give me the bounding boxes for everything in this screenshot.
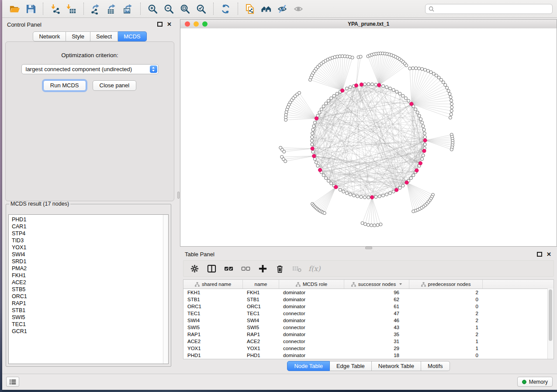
first-neighbors-button[interactable] [259,2,273,16]
mcds-result-item[interactable]: GCR1 [12,328,168,335]
import-table-button[interactable] [65,2,78,16]
select-all-icon [224,264,233,273]
show-task-history-button[interactable] [6,377,19,387]
table-row[interactable]: PHD1PHD1dominator180 [183,352,554,359]
delete-table-icon [292,264,301,273]
add-column-button[interactable] [257,263,268,274]
save-session-button[interactable] [24,2,38,16]
control-panel-title: Control Panel [7,21,42,28]
float-table-panel-icon[interactable] [537,252,542,257]
tab-edge-table[interactable]: Edge Table [330,361,372,371]
mcds-result-item[interactable]: ACE2 [12,279,168,286]
network-canvas[interactable] [180,28,557,246]
first-neighbors-icon [261,3,272,14]
cell-predecessor-nodes: 2 [409,332,483,337]
show-columns-button[interactable] [206,263,217,274]
refresh-button[interactable] [219,2,232,16]
cell-predecessor-nodes: 2 [409,318,483,323]
mcds-result-item[interactable]: STB5 [12,286,168,293]
table-row[interactable]: STB1STB1dominator620 [183,296,554,303]
mcds-result-item[interactable]: TID3 [12,237,168,244]
zoom-out-button[interactable] [162,2,176,16]
optimization-criterion-select[interactable]: largest connected component (undirected) [21,64,159,74]
close-panel-icon[interactable]: ✕ [167,22,172,27]
mcds-result-item[interactable]: SWI4 [12,251,168,258]
hide-graphics-details-button[interactable] [276,2,289,16]
column-header-shared-name[interactable]: shared name [183,280,243,289]
tab-node-table[interactable]: Node Table [287,361,330,371]
sort-desc-icon [399,283,402,285]
cell-mcds-role: dominator [279,353,344,358]
mcds-result-item[interactable]: STP4 [12,230,168,237]
export-image-button[interactable] [121,2,135,16]
mcds-result-item[interactable]: SRD1 [12,258,168,265]
zoom-out-icon [163,3,174,14]
tab-select[interactable]: Select [90,31,118,41]
run-mcds-button[interactable]: Run MCDS [43,80,86,91]
tab-motifs[interactable]: Motifs [421,361,450,371]
mcds-result-item[interactable]: STB1 [12,307,168,314]
zoom-in-icon [147,3,158,14]
function-builder-button-disabled: f(x) [308,265,320,273]
table-row[interactable]: FKH1FKH1dominator962 [183,289,554,296]
table-settings-button[interactable] [189,263,200,274]
column-header-successor-nodes[interactable]: successor nodes [344,280,409,289]
tab-network-table[interactable]: Network Table [372,361,421,371]
table-row[interactable]: TEC1TEC1connector472 [183,310,554,317]
tab-network[interactable]: Network [33,31,66,41]
export-table-button[interactable] [105,2,119,16]
mcds-result-item[interactable]: TEC1 [12,321,168,328]
close-table-panel-icon[interactable]: ✕ [547,252,551,257]
network-titlebar[interactable]: YPA_prune.txt_1 [180,20,557,29]
table-row[interactable]: RAP1RAP1dominator352 [183,331,554,338]
table-scrollbar[interactable] [547,289,554,359]
import-network-button[interactable] [48,2,62,16]
horizontal-splitter-grip[interactable] [365,247,372,249]
maximize-window-icon[interactable] [202,21,208,27]
close-window-icon[interactable] [185,21,190,27]
search-input[interactable] [436,5,549,12]
memory-button[interactable]: Memory [517,377,553,387]
selected-criterion: largest connected component (undirected) [26,66,132,72]
close-panel-button[interactable]: Close panel [93,80,137,91]
column-header-mcds-role[interactable]: MCDS role [279,280,344,289]
zoom-selected-button[interactable] [194,2,208,16]
column-header-name[interactable]: name [243,280,279,289]
mcds-result-item[interactable]: YOX1 [12,244,168,251]
table-scrollbar-thumb[interactable] [549,289,552,341]
status-bar: Memory [2,374,557,390]
mcds-result-item[interactable]: RAP1 [12,300,168,307]
network-graph[interactable] [180,28,557,246]
cell-name: TEC1 [243,311,279,316]
table-row[interactable]: ORC1ORC1dominator610 [183,303,554,310]
mcds-result-item[interactable]: FKH1 [12,272,168,279]
deselect-all-rows-button[interactable] [240,263,251,274]
mcds-result-item[interactable]: SWI5 [12,314,168,321]
tab-mcds[interactable]: MCDS [118,31,146,41]
zoom-in-button[interactable] [146,2,159,16]
select-all-rows-button[interactable] [223,263,234,274]
cell-mcds-role: dominator [279,297,344,302]
open-file-button[interactable] [8,2,21,16]
table-row[interactable]: ACE2ACE2connector311 [183,338,554,345]
zoom-fit-button[interactable] [178,2,192,16]
mcds-result-item[interactable]: ORC1 [12,293,168,300]
table-row[interactable]: SWI5SWI5connector431 [183,324,554,331]
table-row[interactable]: YOX1YOX1connector291 [183,345,554,352]
cell-name: STB1 [243,297,279,302]
result-list-scrollbar[interactable] [163,215,168,364]
tab-style[interactable]: Style [66,31,90,41]
table-row[interactable]: SWI4SWI4dominator462 [183,317,554,324]
minimize-window-icon[interactable] [194,21,199,27]
export-network-button[interactable] [89,2,103,16]
new-network-from-selection-button[interactable] [243,2,257,16]
mcds-result-item[interactable]: PHD1 [12,216,168,223]
cell-shared-name: STB1 [183,297,243,302]
mcds-result-list[interactable]: PHD1CAR1STP4TID3YOX1SWI4SRD1PMA2FKH1ACE2… [8,214,169,364]
mcds-result-item[interactable]: PMA2 [12,265,168,272]
float-panel-icon[interactable] [157,22,163,27]
column-header-predecessor-nodes[interactable]: predecessor nodes [409,280,483,289]
delete-columns-button[interactable] [274,263,285,274]
show-graphics-details-button[interactable] [292,2,305,16]
mcds-result-item[interactable]: CAR1 [12,223,168,230]
